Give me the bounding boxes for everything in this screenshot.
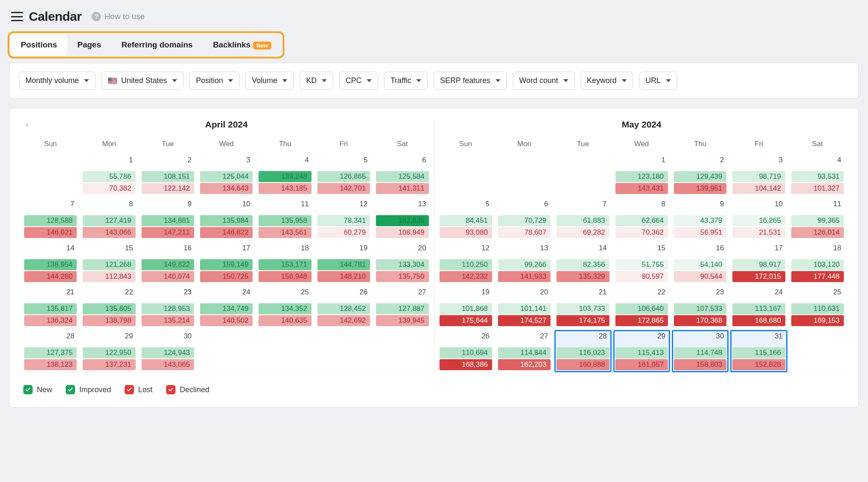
calendar-day[interactable]: 1199,365126,014 — [790, 198, 846, 240]
calendar-day[interactable]: 584,45193,080 — [438, 198, 494, 240]
calendar-day[interactable]: 493,531101,327 — [790, 154, 846, 196]
calendar-day[interactable]: 10135,984146,822 — [198, 198, 254, 240]
down-value: 169,153 — [791, 315, 844, 326]
day-number: 27 — [418, 288, 426, 296]
calendar-day[interactable]: 14138,954144,280 — [22, 242, 78, 284]
tab-backlinks[interactable]: BacklinksNew — [203, 34, 281, 55]
calendar-day[interactable]: 19101,868175,644 — [438, 286, 494, 328]
filter-position[interactable]: Position — [189, 72, 239, 90]
calendar-day[interactable]: 155,78670,382 — [81, 154, 137, 196]
calendar-day[interactable]: 11135,958143,561 — [257, 198, 313, 240]
calendar-day[interactable]: 1123,180143,431 — [614, 154, 670, 196]
calendar-day[interactable]: 1551,75580,597 — [614, 242, 670, 284]
calendar-day[interactable]: 670,72978,607 — [496, 198, 552, 240]
calendar-day[interactable]: 5126,865142,701 — [316, 154, 372, 196]
calendar-day[interactable]: 27114,844162,203 — [496, 330, 552, 372]
weekday-label: Mon — [496, 137, 552, 151]
calendar-day[interactable]: 28127,375138,123 — [22, 330, 78, 372]
calendar-day[interactable]: 29115,413161,057 — [614, 330, 670, 372]
calendar-day[interactable]: 29122,950137,231 — [81, 330, 137, 372]
calendar-day[interactable]: 19144,781148,210 — [316, 242, 372, 284]
filter-url[interactable]: URL — [639, 72, 677, 90]
calendar-day[interactable]: 7128,588146,021 — [22, 198, 78, 240]
calendar-day[interactable]: 24113,167168,680 — [731, 286, 787, 328]
calendar-day[interactable]: 1278,34160,279 — [316, 198, 372, 240]
calendar-day[interactable]: 12110,250142,232 — [438, 242, 494, 284]
tab-pages[interactable]: Pages — [67, 34, 111, 55]
calendar-day[interactable]: 13182,835108,949 — [374, 198, 430, 240]
filter-volume[interactable]: Volume — [245, 72, 294, 90]
calendar-day[interactable]: 31115,166152,828 — [731, 330, 787, 372]
day-number: 2 — [188, 156, 192, 164]
filter-serp-features[interactable]: SERP features — [434, 72, 507, 90]
legend-new[interactable]: New — [23, 385, 52, 394]
calendar-day[interactable]: 6125,584141,311 — [374, 154, 430, 196]
calendar-day[interactable]: 17159,149150,725 — [198, 242, 254, 284]
down-value: 60,279 — [317, 227, 370, 238]
calendar-day[interactable]: 20101,141174,527 — [496, 286, 552, 328]
up-value: 113,167 — [732, 303, 785, 314]
calendar-day[interactable]: 2129,439139,951 — [672, 154, 728, 196]
day-number: 16 — [716, 244, 724, 252]
filter-keyword[interactable]: Keyword — [581, 72, 633, 90]
how-to-use-link[interactable]: ? How to use — [92, 12, 145, 21]
calendar-day[interactable]: 23128,953135,214 — [140, 286, 196, 328]
calendar-day[interactable]: 9134,881147,211 — [140, 198, 196, 240]
calendar-day[interactable]: 15121,268112,843 — [81, 242, 137, 284]
calendar-day[interactable]: 27127,887139,945 — [374, 286, 430, 328]
legend-lost[interactable]: Lost — [125, 385, 153, 394]
calendar-day[interactable]: 1654,14090,544 — [672, 242, 728, 284]
calendar-day[interactable]: 22106,640172,865 — [614, 286, 670, 328]
calendar-day[interactable]: 24134,749140,502 — [198, 286, 254, 328]
calendar-day[interactable]: 761,88369,282 — [555, 198, 611, 240]
calendar-day[interactable]: 28116,023160,888 — [555, 330, 611, 372]
calendar-day[interactable]: 398,719104,142 — [731, 154, 787, 196]
filter-traffic[interactable]: Traffic — [384, 72, 428, 90]
filter-word-count[interactable]: Word count — [513, 72, 575, 90]
calendar-day[interactable]: 3125,044134,643 — [198, 154, 254, 196]
down-value: 69,282 — [556, 227, 609, 238]
filter-united-states[interactable]: 🇺🇸United States — [101, 72, 184, 90]
calendar-day[interactable]: 1798,917172,015 — [731, 242, 787, 284]
filter-monthly-volume[interactable]: Monthly volume — [19, 72, 95, 90]
calendar-day[interactable]: 21103,733174,175 — [555, 286, 611, 328]
up-value: 134,352 — [259, 303, 311, 314]
calendar-day[interactable]: 23107,533170,368 — [672, 286, 728, 328]
calendar-day[interactable]: 2108,151122,142 — [140, 154, 196, 196]
calendar-day[interactable]: 25134,352140,635 — [257, 286, 313, 328]
calendar-day[interactable]: 18153,171156,948 — [257, 242, 313, 284]
menu-icon[interactable] — [11, 12, 23, 21]
filter-label: Position — [196, 76, 223, 85]
legend-improved[interactable]: Improved — [66, 385, 111, 394]
weekday-label: Wed — [614, 137, 670, 151]
calendar-day[interactable]: 943,37856,951 — [672, 198, 728, 240]
calendar-day[interactable]: 862,66470,362 — [614, 198, 670, 240]
tab-referring-domains[interactable]: Referring domains — [111, 34, 203, 55]
calendar-day[interactable]: 26128,452142,692 — [316, 286, 372, 328]
calendar-day[interactable]: 18103,120177,448 — [790, 242, 846, 284]
tab-positions[interactable]: Positions — [11, 34, 67, 55]
filter-kd[interactable]: KD — [300, 72, 333, 90]
calendar-day[interactable]: 16149,822140,074 — [140, 242, 196, 284]
calendar-day[interactable]: 1399,266141,933 — [496, 242, 552, 284]
calendar-day[interactable]: 4139,248143,185 — [257, 154, 313, 196]
filter-cpc[interactable]: CPC — [339, 72, 378, 90]
calendar-day[interactable]: 26110,694168,386 — [438, 330, 494, 372]
legend-declined[interactable]: Declined — [166, 385, 209, 394]
calendar-day[interactable]: 21135,817136,324 — [22, 286, 78, 328]
prev-month-icon[interactable]: ‹ — [26, 120, 28, 129]
day-number: 31 — [775, 332, 783, 341]
day-number: 12 — [481, 244, 490, 252]
calendar-day[interactable]: 30124,943143,065 — [140, 330, 196, 372]
calendar-day[interactable]: 8127,419143,066 — [81, 198, 137, 240]
calendar-day[interactable]: 1482,356135,329 — [555, 242, 611, 284]
day-number: 26 — [359, 288, 367, 296]
calendar-day[interactable]: 25110,631169,153 — [790, 286, 846, 328]
calendar-day[interactable]: 22135,805138,798 — [81, 286, 137, 328]
calendar-day[interactable]: 30114,748158,803 — [672, 330, 728, 372]
down-value: 146,822 — [200, 227, 253, 238]
page-title: Calendar — [29, 9, 81, 24]
up-value: 61,883 — [556, 215, 609, 226]
calendar-day[interactable]: 1016,26521,531 — [731, 198, 787, 240]
calendar-day[interactable]: 20133,304135,750 — [374, 242, 430, 284]
